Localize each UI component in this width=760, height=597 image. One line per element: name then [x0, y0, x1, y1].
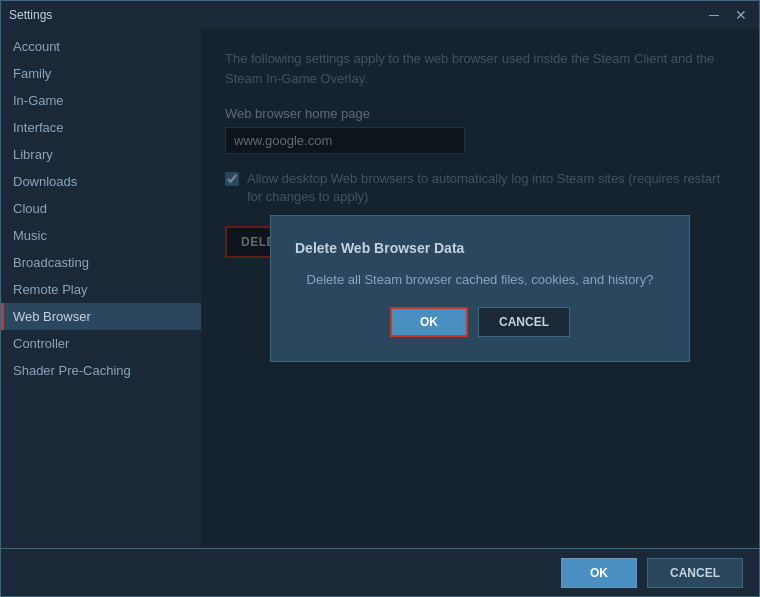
minimize-button[interactable]: ─ — [705, 7, 723, 23]
footer-ok-button[interactable]: OK — [561, 558, 637, 588]
footer-cancel-button[interactable]: CANCEL — [647, 558, 743, 588]
sidebar-item-controller[interactable]: Controller — [1, 330, 201, 357]
dialog-message: Delete all Steam browser cached files, c… — [295, 272, 665, 287]
sidebar-item-web-browser[interactable]: Web Browser — [1, 303, 201, 330]
dialog-title: Delete Web Browser Data — [295, 240, 665, 256]
sidebar-item-in-game[interactable]: In-Game — [1, 87, 201, 114]
titlebar: Settings ─ ✕ — [1, 1, 759, 29]
dialog-overlay: Delete Web Browser Data Delete all Steam… — [201, 29, 759, 548]
sidebar-item-family[interactable]: Family — [1, 60, 201, 87]
footer: OK CANCEL — [1, 548, 759, 596]
sidebar: AccountFamilyIn-GameInterfaceLibraryDown… — [1, 29, 201, 548]
window-controls: ─ ✕ — [705, 7, 751, 23]
sidebar-item-library[interactable]: Library — [1, 141, 201, 168]
sidebar-item-music[interactable]: Music — [1, 222, 201, 249]
close-button[interactable]: ✕ — [731, 7, 751, 23]
main-layout: AccountFamilyIn-GameInterfaceLibraryDown… — [1, 29, 759, 548]
sidebar-item-downloads[interactable]: Downloads — [1, 168, 201, 195]
window-title: Settings — [9, 8, 52, 22]
dialog-buttons: OK CANCEL — [295, 307, 665, 337]
sidebar-item-remote-play[interactable]: Remote Play — [1, 276, 201, 303]
delete-dialog: Delete Web Browser Data Delete all Steam… — [270, 215, 690, 362]
sidebar-item-shader-pre-caching[interactable]: Shader Pre-Caching — [1, 357, 201, 384]
sidebar-item-cloud[interactable]: Cloud — [1, 195, 201, 222]
sidebar-item-broadcasting[interactable]: Broadcasting — [1, 249, 201, 276]
sidebar-item-interface[interactable]: Interface — [1, 114, 201, 141]
dialog-cancel-button[interactable]: CANCEL — [478, 307, 570, 337]
content-area: The following settings apply to the web … — [201, 29, 759, 548]
settings-window: Settings ─ ✕ AccountFamilyIn-GameInterfa… — [0, 0, 760, 597]
sidebar-item-account[interactable]: Account — [1, 33, 201, 60]
dialog-ok-button[interactable]: OK — [390, 307, 468, 337]
